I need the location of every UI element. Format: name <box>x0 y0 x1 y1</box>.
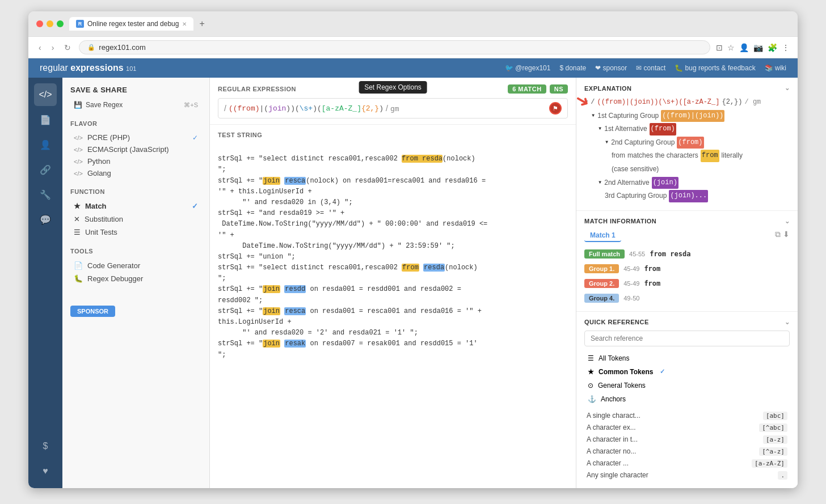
address-bar[interactable]: 🔒 regex101.com <box>79 40 710 54</box>
tools-regex-debugger[interactable]: 🐛 Regex Debugger <box>70 272 201 285</box>
match-tab-1[interactable]: Match 1 <box>584 230 621 242</box>
test-string-area[interactable]: strSql += "select distinct resca001,resc… <box>218 143 568 371</box>
tools-code-generator[interactable]: 📄 Code Generator <box>70 259 201 272</box>
flavor-python[interactable]: </> Python <box>70 155 201 167</box>
star-icon: ★ <box>74 202 81 210</box>
sidebar-icon-dollar[interactable]: $ <box>34 435 57 458</box>
back-button[interactable]: ‹ <box>36 42 44 53</box>
qr-cat-anchors[interactable]: ⚓ Anchors <box>584 393 790 405</box>
match-info-section: MATCH INFORMATION ⌄ Match 1 ⧉ ⬇ Full mat… <box>576 211 798 312</box>
bookmark-icon[interactable]: ☆ <box>727 43 735 52</box>
minimize-button[interactable] <box>47 20 53 27</box>
sidebar-icon-tools[interactable]: 🔧 <box>34 183 57 206</box>
copy-icon[interactable]: ⧉ <box>775 230 781 242</box>
tree-alt1-label: 1st Alternative <box>604 123 647 135</box>
regex-close-delimiter: / <box>386 104 388 113</box>
sidebar-icon-heart[interactable]: ♥ <box>34 460 57 482</box>
twitter-link[interactable]: 🐦 @regex101 <box>505 64 551 72</box>
tools-section: TOOLS 📄 Code Generator 🐛 Regex Debugger <box>70 248 201 285</box>
browser-tab[interactable]: R Online regex tester and debug ✕ <box>69 17 193 31</box>
quick-ref-expand-icon[interactable]: ⌄ <box>785 319 790 326</box>
regex-section: REGULAR EXPRESSION 6 match ns Set Regex … <box>210 78 576 125</box>
tree-g1-label: 1st Capturing Group <box>597 110 659 122</box>
flavor-ecma[interactable]: </> ECMAScript (JavaScript) <box>70 143 201 155</box>
tools-code-generator-label: Code Generator <box>87 261 140 270</box>
right-panel: EXPLANATION ⌄ ▾ / ((from)|(join))(\s+)([… <box>576 78 798 488</box>
regex-pattern: ((from)|(join))(\s+)([a-zA-Z_]{2,}) <box>229 104 384 113</box>
logo-version: 101 <box>126 65 136 72</box>
cast-icon[interactable]: ⊡ <box>716 43 723 52</box>
flavor-pcre-label: PCRE (PHP) <box>87 133 130 142</box>
flavor-golang-label: Golang <box>87 169 111 177</box>
qr-item-3[interactable]: A character in t... [a-z] <box>584 434 790 446</box>
match-rows: Full match 45-55 from resda Group 1. 45-… <box>584 248 790 304</box>
reload-button[interactable]: ↻ <box>62 42 73 53</box>
contact-link[interactable]: ✉ contact <box>636 64 665 72</box>
qr-item-1[interactable]: A single charact... [abc] <box>584 410 790 422</box>
flavor-pcre-check: ✓ <box>192 134 198 142</box>
quick-ref-search-input[interactable] <box>584 331 790 346</box>
match-info-expand-icon[interactable]: ⌄ <box>785 218 790 225</box>
app-body: </> 📄 👤 🔗 🔧 💬 <box>28 78 798 488</box>
options-tooltip: Set Regex Options <box>359 81 427 94</box>
dollar-icon: $ <box>43 441 48 451</box>
close-button[interactable] <box>36 20 43 27</box>
tree-g3-label: 3rd Capturing Group <box>605 190 667 202</box>
function-unit-tests[interactable]: ☰ Unit Tests <box>70 226 201 239</box>
function-substitution[interactable]: ✕ Substitution <box>70 213 201 226</box>
extensions-icon[interactable]: 🧩 <box>768 43 777 52</box>
explanation-section: EXPLANATION ⌄ ▾ / ((from)|(join))(\s+)([… <box>576 78 798 211</box>
save-icon: 💾 <box>74 101 82 109</box>
qr-item-2[interactable]: A character ex... [^abc] <box>584 422 790 434</box>
qr-item-2-pattern: [^abc] <box>759 423 787 432</box>
tab-close-icon[interactable]: ✕ <box>182 21 187 27</box>
tree-arrow-g2: ▾ <box>605 137 609 149</box>
group4-label: Group 4. <box>584 294 619 303</box>
download-icon[interactable]: ⬇ <box>783 230 790 242</box>
flavor-pcre[interactable]: </> PCRE (PHP) ✓ <box>70 132 201 143</box>
sponsor-button[interactable]: SPONSOR <box>70 306 115 317</box>
qr-item-4[interactable]: A character no... [^a-z] <box>584 446 790 458</box>
qr-cat-general-tokens[interactable]: ⊙ General Tokens <box>584 379 790 392</box>
match-row-g4: Group 4. 49-50 <box>584 292 790 304</box>
all-tokens-icon: ☰ <box>588 354 594 362</box>
sidebar-icon-user[interactable]: 👤 <box>34 133 57 156</box>
function-match[interactable]: ★ Match ✓ <box>70 200 201 213</box>
full-match-value: from resda <box>650 250 690 258</box>
sidebar-icon-chat[interactable]: 💬 <box>34 208 57 231</box>
wiki-link[interactable]: 📚 wiki <box>765 64 786 72</box>
sidebar-icon-document[interactable]: 📄 <box>34 108 57 131</box>
common-tokens-check: ✓ <box>660 368 665 375</box>
qr-item-6-desc: Any single character <box>587 471 648 479</box>
regex-options-button[interactable]: ⚑ <box>549 102 562 115</box>
match-row-g1: Group 1. 45-49 from <box>584 262 790 275</box>
camera-icon[interactable]: 📷 <box>753 43 763 52</box>
new-tab-button[interactable]: + <box>196 19 208 29</box>
qr-cat-all-tokens[interactable]: ☰ All Tokens <box>584 352 790 365</box>
app-header: regular expressions 101 🐦 @regex101 $ do… <box>28 58 798 78</box>
profile-icon[interactable]: 👤 <box>739 43 749 52</box>
logo-text: regular <box>40 63 70 73</box>
sidebar-icon-code[interactable]: </> <box>34 83 57 106</box>
qr-item-6[interactable]: Any single character . <box>584 469 790 481</box>
maximize-button[interactable] <box>57 20 64 27</box>
qr-cat-common-tokens[interactable]: ★ Common Tokens ✓ <box>584 366 790 378</box>
qr-item-1-desc: A single charact... <box>587 412 640 420</box>
forward-button[interactable]: › <box>49 42 57 53</box>
sidebar-icon-link[interactable]: 🔗 <box>34 158 57 181</box>
bug-reports-link[interactable]: 🐛 bug reports & feedback <box>675 64 755 72</box>
sponsor-link[interactable]: ❤ sponsor <box>595 64 627 72</box>
regex-input-bar[interactable]: / ((from)|(join))(\s+)([a-zA-Z_]{2,}) / … <box>218 98 568 118</box>
flavor-golang[interactable]: </> Golang <box>70 167 201 179</box>
tree-arrow-alt2: ▾ <box>598 177 602 189</box>
save-regex-button[interactable]: 💾 Save Regex ⌘+S <box>70 99 201 111</box>
tree-alt1: ▾ 1st Alternative (from) <box>584 123 790 135</box>
donate-link[interactable]: $ donate <box>559 64 586 72</box>
explanation-expand-icon[interactable]: ⌄ <box>785 84 790 92</box>
menu-icon[interactable]: ⋮ <box>782 43 790 52</box>
quick-ref-header: QUICK REFERENCE ⌄ <box>584 319 790 326</box>
tools-regex-debugger-label: Regex Debugger <box>87 274 143 283</box>
group2-range: 45-49 <box>623 280 639 287</box>
link-icon: 🔗 <box>40 164 51 175</box>
qr-item-5[interactable]: A character ... [a-zA-Z] <box>584 458 790 469</box>
